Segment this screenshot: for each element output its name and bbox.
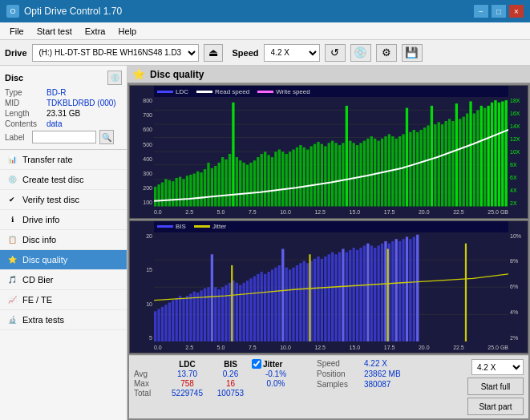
start-full-button[interactable]: Start full	[467, 378, 524, 395]
save-button[interactable]: 💾	[402, 44, 423, 62]
svg-rect-34	[249, 163, 252, 207]
svg-rect-162	[338, 252, 341, 341]
settings-button[interactable]: ⚙	[376, 44, 397, 62]
speed-label-s: Speed	[317, 359, 361, 368]
svg-rect-64	[356, 145, 358, 206]
svg-rect-158	[324, 256, 326, 341]
sidebar-item-fe-te[interactable]: 📈 FE / TE	[0, 290, 127, 310]
disc-icon-button[interactable]: 💿	[350, 44, 371, 62]
svg-rect-29	[232, 103, 234, 207]
svg-rect-67	[366, 139, 369, 207]
svg-rect-137	[249, 278, 252, 341]
svg-rect-22	[207, 163, 209, 207]
bis-legend: BIS Jitter	[154, 221, 508, 232]
jitter-cb-container: Jitter	[252, 359, 282, 369]
svg-rect-39	[267, 155, 269, 206]
start-part-button[interactable]: Start part	[467, 398, 524, 415]
avg-label: Avg	[134, 370, 162, 378]
svg-rect-92	[455, 103, 458, 206]
sidebar-item-verify-test-disc[interactable]: ✔ Verify test disc	[0, 190, 127, 210]
speed-select[interactable]: 4.2 X	[264, 44, 320, 62]
svg-rect-51	[310, 146, 312, 206]
svg-rect-54	[321, 144, 323, 207]
svg-rect-104	[498, 103, 500, 207]
sidebar-item-create-test-disc[interactable]: 💿 Create test disc	[0, 170, 127, 190]
disc-label-input[interactable]	[32, 131, 96, 143]
x2-label-12.5: 12.5	[314, 345, 326, 350]
svg-rect-138	[253, 276, 256, 341]
svg-rect-167	[356, 249, 358, 341]
drive-select[interactable]: (H:) HL-DT-ST BD-RE WH16NS48 1.D3	[32, 44, 199, 62]
legend-ldc-label: LDC	[176, 88, 188, 95]
svg-rect-164	[346, 252, 348, 341]
disc-icon[interactable]: 💿	[107, 71, 122, 85]
close-button[interactable]: ×	[509, 5, 524, 18]
x-label-5: 5.0	[217, 209, 225, 215]
extra-tests-icon: 🔬	[6, 314, 18, 325]
svg-rect-10	[164, 179, 167, 206]
svg-rect-52	[314, 144, 316, 207]
jitter-checkbox[interactable]	[252, 359, 261, 369]
sidebar-item-extra-tests[interactable]: 🔬 Extra tests	[0, 310, 127, 330]
sidebar-item-transfer-rate[interactable]: 📊 Transfer rate	[0, 150, 127, 170]
y-right-12x: 12X	[510, 136, 526, 142]
sidebar-item-disc-quality[interactable]: ⭐ Disc quality	[0, 250, 127, 270]
svg-rect-48	[299, 145, 301, 206]
dq-header: ⭐ Disc quality	[127, 66, 530, 83]
svg-rect-126	[211, 254, 213, 341]
svg-rect-14	[179, 177, 181, 207]
disc-label-search-button[interactable]: 🔍	[99, 130, 114, 144]
speed-select-stats[interactable]: 4.2 X	[471, 359, 524, 375]
maximize-button[interactable]: □	[492, 5, 506, 18]
svg-rect-139	[257, 273, 259, 341]
menu-help[interactable]: Help	[111, 25, 143, 38]
bis-avg: 0.26	[212, 370, 249, 378]
drive-eject-button[interactable]: ⏏	[204, 44, 223, 62]
legend-read-speed-label: Read speed	[215, 88, 249, 95]
ldc-x-axis: 0.0 2.5 5.0 7.5 10.0 12.5 15.0 17.5 20.0…	[154, 207, 508, 218]
x-label-22.5: 22.5	[453, 209, 464, 215]
refresh-button[interactable]: ↺	[325, 44, 346, 62]
svg-rect-94	[463, 117, 465, 207]
fe-te-icon: 📈	[6, 294, 18, 305]
legend-read-speed: Read speed	[196, 88, 249, 95]
sidebar-item-cd-bier[interactable]: 🎵 CD Bier	[0, 270, 127, 290]
svg-rect-116	[176, 297, 178, 341]
minimize-button[interactable]: −	[474, 5, 488, 18]
svg-rect-123	[200, 290, 202, 341]
svg-rect-100	[483, 108, 486, 207]
svg-rect-97	[473, 113, 475, 206]
drive-label: Drive	[5, 48, 27, 58]
svg-rect-106	[505, 100, 508, 206]
sidebar-item-transfer-rate-label: Transfer rate	[22, 155, 73, 164]
app-icon: O	[6, 5, 19, 18]
svg-rect-77	[402, 134, 404, 206]
svg-rect-16	[186, 176, 188, 206]
svg-rect-55	[324, 146, 326, 206]
sidebar-item-fe-te-label: FE / TE	[22, 295, 52, 305]
svg-rect-119	[186, 296, 188, 341]
svg-rect-147	[285, 267, 288, 341]
svg-rect-59	[338, 145, 341, 206]
svg-rect-30	[236, 157, 238, 206]
sidebar-item-disc-info[interactable]: 📋 Disc info	[0, 230, 127, 250]
x-label-25: 25.0 GB	[488, 209, 508, 215]
svg-rect-87	[438, 122, 440, 206]
svg-rect-78	[406, 108, 408, 207]
sidebar-item-disc-quality-label: Disc quality	[22, 255, 67, 265]
total-label: Total	[134, 389, 162, 398]
disc-mid-value: TDKBLDRBD (000)	[47, 99, 116, 107]
svg-rect-157	[321, 258, 323, 341]
y-right-4x: 4X	[510, 188, 526, 193]
svg-rect-42	[278, 150, 281, 207]
sidebar-item-drive-info[interactable]: ℹ Drive info	[0, 210, 127, 230]
svg-rect-93	[459, 119, 461, 206]
menu-extra[interactable]: Extra	[79, 25, 112, 38]
svg-rect-13	[176, 178, 178, 206]
y-right-14x: 14X	[510, 123, 526, 129]
menu-file[interactable]: File	[3, 25, 30, 38]
menu-start-test[interactable]: Start test	[30, 25, 79, 38]
svg-rect-63	[353, 143, 355, 206]
svg-rect-18	[193, 174, 196, 207]
svg-rect-112	[161, 306, 164, 341]
